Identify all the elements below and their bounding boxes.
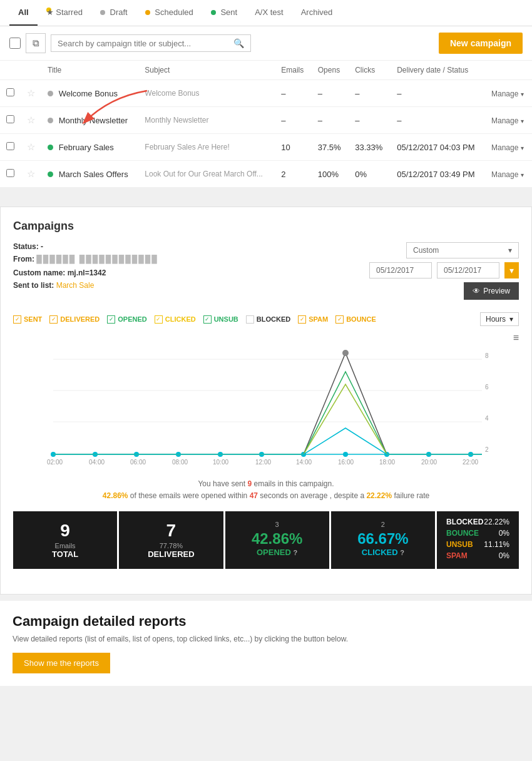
opened-help-icon[interactable]: ? xyxy=(294,549,298,556)
custom-dropdown[interactable]: Custom ▾ xyxy=(406,242,519,258)
legend-label-delivered: DELIVERED xyxy=(60,315,100,323)
status-dot xyxy=(48,145,53,150)
tab-all[interactable]: All xyxy=(9,0,38,26)
row-opens: 100% xyxy=(312,161,349,188)
search-input[interactable] xyxy=(58,39,233,48)
date-to-input[interactable] xyxy=(437,262,499,278)
show-reports-button[interactable]: Show me the reports xyxy=(13,653,110,673)
legend-label-sent: SENT xyxy=(24,315,42,323)
col-header-emails: Emails xyxy=(275,61,312,80)
copy-icon-button[interactable]: ⧉ xyxy=(26,33,46,53)
campaign-top-area: Status: - From: ██████ ████████████ Cust… xyxy=(13,242,519,300)
tab-archived[interactable]: Archived xyxy=(292,0,342,26)
campaigns-section-title: Campaigns xyxy=(13,220,519,233)
legend-blocked[interactable]: BLOCKED xyxy=(246,315,290,324)
row-subject: February Sales Are Here! xyxy=(138,134,275,161)
row-checkbox[interactable] xyxy=(6,142,14,150)
new-campaign-button[interactable]: New campaign xyxy=(439,33,523,54)
preview-button[interactable]: 👁 Preview xyxy=(464,282,519,300)
legend-unsub[interactable]: ✓ UNSUB xyxy=(203,315,238,324)
row-emails: 2 xyxy=(275,161,312,188)
star-icon[interactable]: ☆ xyxy=(27,168,35,179)
delivered-sub: 77.78% xyxy=(131,542,210,549)
select-all-checkbox[interactable] xyxy=(9,38,21,49)
svg-text:02:00: 02:00 xyxy=(47,459,63,466)
star-icon[interactable]: ☆ xyxy=(27,115,35,125)
legend-opened[interactable]: ✓ OPENED xyxy=(107,315,146,324)
manage-button[interactable]: Manage ▾ xyxy=(491,116,524,125)
row-emails: – xyxy=(275,107,312,134)
date-confirm-button[interactable]: ▾ xyxy=(504,262,519,278)
legend-clicked[interactable]: ✓ CLICKED xyxy=(155,315,196,324)
hours-dropdown[interactable]: Hours ▾ xyxy=(480,312,519,326)
row-title: Welcome Bonus xyxy=(41,80,138,107)
date-from-input[interactable] xyxy=(369,262,432,278)
chart-legend: ✓ SENT ✓ DELIVERED ✓ OPENED ✓ CLICKED ✓ … xyxy=(13,312,519,326)
legend-checkbox-spam: ✓ xyxy=(298,315,306,324)
manage-button[interactable]: Manage ▾ xyxy=(491,170,524,179)
legend-checkbox-unsub: ✓ xyxy=(203,315,212,324)
breakdown-spam: SPAM 0% xyxy=(446,551,509,560)
stat-box-breakdown: BLOCKED 22.22% BOUNCE 0% UNSUB 11.11% SP… xyxy=(437,511,519,569)
legend-label-unsub: UNSUB xyxy=(214,315,238,323)
sent-to-row: Sent to list: March Sale xyxy=(13,281,317,290)
clicked-help-icon[interactable]: ? xyxy=(400,549,404,556)
stat-box-opened: 3 42.86% OPENED ? xyxy=(225,511,329,569)
total-sub: Emails xyxy=(26,542,105,549)
open-pct: 42.86% xyxy=(103,491,128,500)
svg-text:16:00: 16:00 xyxy=(338,459,354,466)
star-icon[interactable]: ☆ xyxy=(27,88,35,98)
date-range: ▾ xyxy=(369,262,519,278)
legend-checkbox-blocked xyxy=(246,315,254,324)
status-dot xyxy=(48,171,53,177)
sent-to-link[interactable]: March Sale xyxy=(56,281,95,290)
manage-button[interactable]: Manage ▾ xyxy=(491,89,524,98)
breakdown-bounce: BOUNCE 0% xyxy=(446,529,509,538)
opened-label: OPENED ? xyxy=(238,548,317,557)
svg-text:20:00: 20:00 xyxy=(421,459,437,466)
breakdown-unsub: UNSUB 11.11% xyxy=(446,540,509,549)
total-label: TOTAL xyxy=(26,549,105,559)
row-emails: 10 xyxy=(275,134,312,161)
star-icon[interactable]: ☆ xyxy=(27,141,35,152)
stat-box-total: 9 Emails TOTAL xyxy=(13,511,117,569)
hamburger-icon[interactable]: ≡ xyxy=(13,332,519,344)
svg-text:2: 2 xyxy=(485,446,489,453)
opened-sub-num: 3 xyxy=(238,521,317,528)
tab-scheduled[interactable]: Scheduled xyxy=(136,0,202,26)
manage-button[interactable]: Manage ▾ xyxy=(491,143,524,152)
tab-draft[interactable]: Draft xyxy=(91,0,136,26)
tab-axtest[interactable]: A/X test xyxy=(246,0,292,26)
row-checkbox[interactable] xyxy=(6,115,14,123)
chevron-down-icon: ▾ xyxy=(508,246,512,255)
table-row: ☆ March Sales Offers Look Out for Our Gr… xyxy=(0,161,532,188)
svg-text:22:00: 22:00 xyxy=(463,459,478,466)
svg-text:8: 8 xyxy=(485,352,489,359)
open-seconds: 47 xyxy=(250,491,258,500)
eye-icon: 👁 xyxy=(473,287,480,295)
row-checkbox[interactable] xyxy=(6,169,14,177)
legend-checkbox-sent: ✓ xyxy=(13,315,21,324)
legend-sent[interactable]: ✓ SENT xyxy=(13,315,42,324)
opened-pct: 42.86% xyxy=(238,530,317,548)
svg-text:6: 6 xyxy=(485,384,489,391)
chart-area: 2 4 6 8 xyxy=(13,347,519,472)
tab-starred[interactable]: ★ Starred xyxy=(38,0,91,26)
search-icon: 🔍 xyxy=(233,38,244,48)
tab-sent[interactable]: Sent xyxy=(202,0,246,26)
legend-bounce[interactable]: ✓ BOUNCE xyxy=(335,315,376,324)
delivered-label: DELIVERED xyxy=(131,549,210,559)
legend-spam[interactable]: ✓ SPAM xyxy=(298,315,328,324)
legend-label-bounce: BOUNCE xyxy=(346,315,376,323)
svg-text:12:00: 12:00 xyxy=(255,459,271,466)
chart-svg: 2 4 6 8 xyxy=(13,347,519,472)
legend-checkbox-delivered: ✓ xyxy=(49,315,58,324)
stat-box-delivered: 7 77.78% DELIVERED xyxy=(119,511,223,569)
legend-delivered[interactable]: ✓ DELIVERED xyxy=(49,315,100,324)
row-checkbox[interactable] xyxy=(6,88,14,96)
row-subject: Monthly Newsletter xyxy=(138,107,275,134)
svg-point-17 xyxy=(343,452,348,457)
col-header-subject: Subject xyxy=(138,61,275,80)
clicked-pct: 66.67% xyxy=(344,530,422,548)
stat-box-clicked: 2 66.67% CLICKED ? xyxy=(331,511,435,569)
